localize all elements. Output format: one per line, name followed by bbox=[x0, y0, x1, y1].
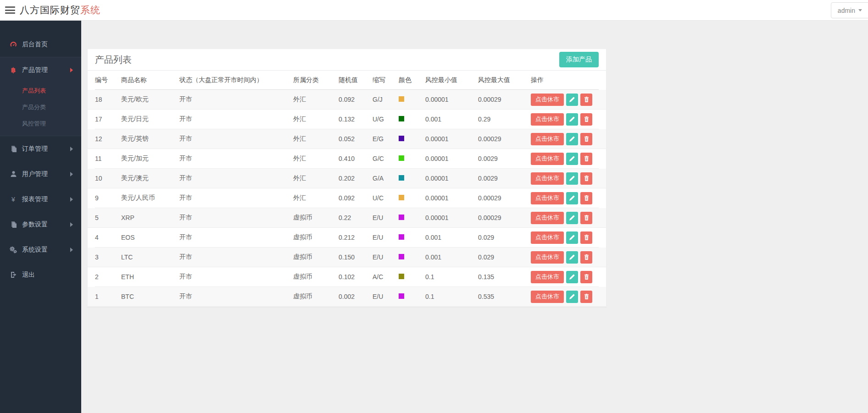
random-value: 0.092 bbox=[339, 194, 373, 202]
random-value: 0.132 bbox=[339, 116, 373, 123]
edit-button[interactable] bbox=[566, 251, 578, 264]
close-market-button[interactable]: 点击休市 bbox=[531, 291, 564, 303]
delete-button[interactable] bbox=[580, 192, 592, 204]
sidebar-item-dashboard[interactable]: 后台首页 bbox=[0, 32, 81, 57]
close-market-button[interactable]: 点击休市 bbox=[531, 192, 564, 204]
pencil-icon bbox=[569, 235, 575, 240]
table-body: 18 美元/欧元 开市 外汇 0.092 G/J 0.00001 0.00029… bbox=[95, 90, 599, 307]
delete-button[interactable] bbox=[580, 291, 592, 303]
risk-min-value: 0.001 bbox=[425, 253, 478, 261]
color-swatch bbox=[399, 234, 404, 240]
edit-button[interactable] bbox=[566, 291, 578, 303]
risk-min-value: 0.001 bbox=[425, 234, 478, 241]
close-market-button[interactable]: 点击休市 bbox=[531, 133, 564, 145]
risk-max-value: 0.29 bbox=[478, 116, 531, 123]
sidebar-item-users[interactable]: 用户管理 bbox=[0, 161, 81, 187]
abbreviation: U/G bbox=[373, 116, 399, 123]
pencil-icon bbox=[569, 254, 575, 260]
edit-button[interactable] bbox=[566, 133, 578, 145]
product-name: 美元/加元 bbox=[121, 154, 179, 163]
product-name: ETH bbox=[121, 273, 179, 281]
sidebar-subitem-product-list[interactable]: 产品列表 bbox=[0, 83, 81, 99]
edit-button[interactable] bbox=[566, 172, 578, 185]
product-category: 外汇 bbox=[293, 95, 339, 104]
close-market-button[interactable]: 点击休市 bbox=[531, 251, 564, 264]
edit-button[interactable] bbox=[566, 231, 578, 244]
abbreviation: G/A bbox=[373, 175, 399, 182]
table-row: 4 EOS 开市 虚拟币 0.212 E/U 0.001 0.029 点击休市 bbox=[95, 228, 599, 248]
random-value: 0.092 bbox=[339, 96, 373, 103]
top-header: 八方国际财贸系统 admin bbox=[0, 0, 868, 21]
product-list-card: 产品列表 添加产品 编号 商品名称 状态（大盘正常开市时间内） 所属分类 随机值… bbox=[87, 49, 606, 307]
edit-button[interactable] bbox=[566, 94, 578, 106]
color-swatch bbox=[399, 116, 404, 121]
color-swatch bbox=[399, 254, 404, 259]
user-dropdown[interactable]: admin bbox=[831, 2, 868, 18]
row-actions: 点击休市 bbox=[531, 231, 599, 244]
risk-min-value: 0.00001 bbox=[425, 214, 478, 221]
close-market-button[interactable]: 点击休市 bbox=[531, 153, 564, 165]
logout-icon bbox=[8, 271, 18, 278]
sidebar-subitem-product-category[interactable]: 产品分类 bbox=[0, 99, 81, 116]
edit-button[interactable] bbox=[566, 212, 578, 224]
pencil-icon bbox=[569, 176, 575, 181]
row-actions: 点击休市 bbox=[531, 251, 599, 264]
sidebar: 后台首页 ฿ 产品管理 产品列表 产品分类 风控管理 订单管理 bbox=[0, 21, 81, 413]
delete-button[interactable] bbox=[580, 212, 592, 224]
brand-accent: 系统 bbox=[80, 5, 100, 15]
orders-icon bbox=[8, 145, 18, 153]
product-category: 外汇 bbox=[293, 174, 339, 182]
delete-button[interactable] bbox=[580, 94, 592, 106]
sidebar-item-product-management[interactable]: ฿ 产品管理 bbox=[0, 57, 81, 83]
close-market-button[interactable]: 点击休市 bbox=[531, 271, 564, 283]
edit-button[interactable] bbox=[566, 153, 578, 165]
chevron-right-icon bbox=[70, 197, 73, 202]
abbreviation: G/J bbox=[373, 96, 399, 103]
risk-max-value: 0.0029 bbox=[478, 175, 531, 182]
product-category: 外汇 bbox=[293, 154, 339, 163]
close-market-button[interactable]: 点击休市 bbox=[531, 212, 564, 224]
sidebar-item-parameters[interactable]: 参数设置 bbox=[0, 212, 81, 237]
product-id: 5 bbox=[95, 214, 121, 221]
close-market-button[interactable]: 点击休市 bbox=[531, 231, 564, 244]
sidebar-item-logout[interactable]: 退出 bbox=[0, 262, 81, 287]
table-header-row: 编号 商品名称 状态（大盘正常开市时间内） 所属分类 随机值 缩写 颜色 风控最… bbox=[95, 71, 599, 90]
close-market-button[interactable]: 点击休市 bbox=[531, 94, 564, 106]
sidebar-item-orders[interactable]: 订单管理 bbox=[0, 136, 81, 161]
trash-icon bbox=[584, 254, 589, 260]
abbreviation: G/C bbox=[373, 155, 399, 162]
delete-button[interactable] bbox=[580, 251, 592, 264]
edit-button[interactable] bbox=[566, 192, 578, 204]
chevron-down-icon bbox=[858, 9, 862, 11]
risk-max-value: 0.00029 bbox=[478, 194, 531, 202]
delete-button[interactable] bbox=[580, 113, 592, 126]
sidebar-subitem-risk-management[interactable]: 风控管理 bbox=[0, 116, 81, 132]
product-category: 虚拟币 bbox=[293, 214, 339, 222]
random-value: 0.212 bbox=[339, 234, 373, 241]
product-name: 美元/英镑 bbox=[121, 135, 179, 143]
trash-icon bbox=[584, 116, 589, 122]
add-product-button[interactable]: 添加产品 bbox=[559, 52, 599, 67]
random-value: 0.102 bbox=[339, 273, 373, 281]
close-market-button[interactable]: 点击休市 bbox=[531, 172, 564, 185]
yen-icon: ¥ bbox=[8, 196, 18, 203]
page-title: 产品列表 bbox=[95, 54, 132, 66]
product-category: 外汇 bbox=[293, 135, 339, 143]
column-header: 颜色 bbox=[399, 76, 425, 84]
delete-button[interactable] bbox=[580, 271, 592, 283]
random-value: 0.150 bbox=[339, 253, 373, 261]
delete-button[interactable] bbox=[580, 172, 592, 185]
sidebar-item-system-settings[interactable]: 系统设置 bbox=[0, 237, 81, 262]
delete-button[interactable] bbox=[580, 153, 592, 165]
edit-button[interactable] bbox=[566, 271, 578, 283]
edit-button[interactable] bbox=[566, 113, 578, 126]
delete-button[interactable] bbox=[580, 133, 592, 145]
close-market-button[interactable]: 点击休市 bbox=[531, 113, 564, 126]
hamburger-menu-icon[interactable] bbox=[5, 6, 15, 14]
sidebar-item-label: 退出 bbox=[22, 271, 35, 279]
delete-button[interactable] bbox=[580, 231, 592, 244]
sidebar-item-reports[interactable]: ¥ 报表管理 bbox=[0, 187, 81, 212]
pencil-icon bbox=[569, 136, 575, 142]
table-row: 18 美元/欧元 开市 外汇 0.092 G/J 0.00001 0.00029… bbox=[88, 90, 606, 110]
product-category: 虚拟币 bbox=[293, 292, 339, 301]
